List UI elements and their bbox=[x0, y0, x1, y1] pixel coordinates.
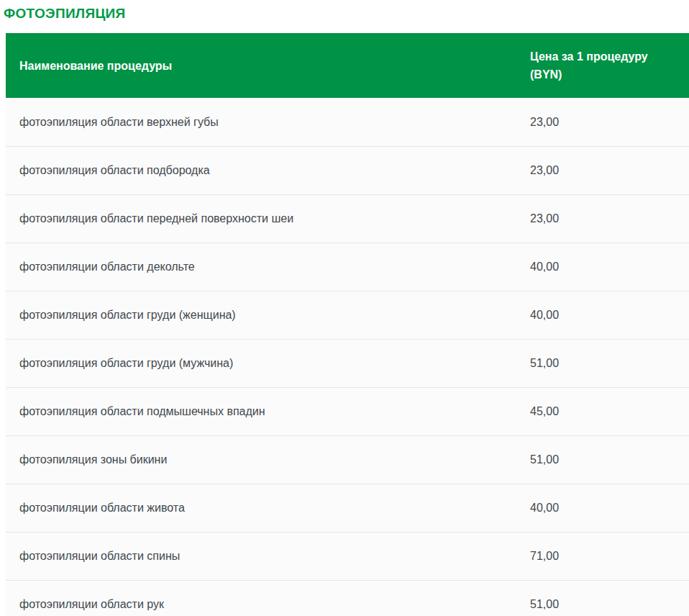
procedure-price: 40,00 bbox=[516, 309, 689, 322]
procedure-price: 23,00 bbox=[516, 212, 689, 225]
table-row: фотоэпиляция области передней поверхност… bbox=[6, 194, 689, 243]
procedure-price: 40,00 bbox=[516, 502, 689, 515]
procedure-price: 71,00 bbox=[516, 550, 689, 563]
procedure-name: фотоэпиляции области живота bbox=[6, 502, 516, 515]
procedure-price: 23,00 bbox=[516, 116, 689, 129]
procedure-name: фотоэпиляция зоны бикини bbox=[6, 453, 516, 466]
procedure-price: 23,00 bbox=[516, 164, 689, 177]
procedure-price: 51,00 bbox=[516, 598, 689, 611]
table-row: фотоэпиляция области верхней губы 23,00 bbox=[6, 98, 689, 146]
table-row: фотоэпиляция области груди (мужчина) 51,… bbox=[6, 339, 689, 387]
table-row: фотоэпиляции области рук 51,00 bbox=[6, 580, 689, 616]
procedure-price: 45,00 bbox=[516, 405, 689, 418]
column-header-procedure-name: Наименование процедуры bbox=[6, 57, 516, 75]
table-row: фотоэпиляции области декольте 40,00 bbox=[6, 243, 689, 291]
procedure-name: фотоэпиляции области рук bbox=[6, 598, 516, 611]
procedure-name: фотоэпиляции области декольте bbox=[6, 261, 516, 273]
price-table: Наименование процедуры Цена за 1 процеду… bbox=[6, 33, 689, 616]
procedure-name: фотоэпиляция области передней поверхност… bbox=[6, 212, 516, 225]
procedure-price: 51,00 bbox=[516, 453, 689, 466]
table-row: фотоэпиляция области подмышечных впадин … bbox=[6, 387, 689, 435]
table-header-row: Наименование процедуры Цена за 1 процеду… bbox=[6, 33, 689, 98]
procedure-name: фотоэпиляция области подмышечных впадин bbox=[6, 405, 516, 418]
table-row: фотоэпиляции области живота 40,00 bbox=[6, 484, 689, 532]
page-title: ФОТОЭПИЛЯЦИЯ bbox=[4, 6, 689, 22]
procedure-name: фотоэпиляция области подбородка bbox=[6, 164, 516, 177]
procedure-price: 40,00 bbox=[516, 261, 689, 273]
procedure-price: 51,00 bbox=[516, 357, 689, 370]
pricing-page: ФОТОЭПИЛЯЦИЯ Наименование процедуры Цена… bbox=[0, 0, 689, 616]
procedure-name: фотоэпиляция области груди (мужчина) bbox=[6, 357, 516, 370]
procedure-name: фотоэпиляция области верхней губы bbox=[6, 116, 516, 129]
procedure-name: фотоэпиляция области груди (женщина) bbox=[6, 309, 516, 322]
table-row: фотоэпиляция области груди (женщина) 40,… bbox=[6, 291, 689, 339]
column-header-price: Цена за 1 процедуру (BYN) bbox=[516, 47, 689, 83]
table-row: фотоэпиляция зоны бикини 51,00 bbox=[6, 435, 689, 484]
procedure-name: фотоэпиляции области спины bbox=[6, 550, 516, 563]
table-row: фотоэпиляции области спины 71,00 bbox=[6, 532, 689, 580]
table-row: фотоэпиляция области подбородка 23,00 bbox=[6, 146, 689, 194]
